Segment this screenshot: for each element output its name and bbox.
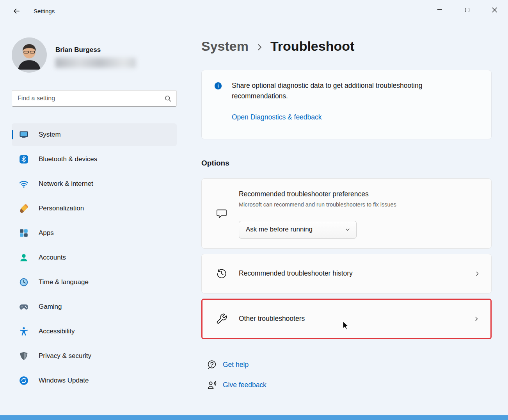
sidebar-item-system[interactable]: System bbox=[12, 123, 177, 146]
maximize-icon bbox=[465, 8, 469, 12]
system-icon bbox=[19, 130, 29, 140]
apps-icon bbox=[19, 228, 29, 238]
chevron-right-icon bbox=[474, 271, 480, 277]
settings-search-box bbox=[12, 90, 177, 107]
network-icon bbox=[19, 179, 29, 189]
maximize-button[interactable] bbox=[453, 0, 481, 20]
sidebar-item-label: Accessibility bbox=[39, 327, 75, 335]
window-title: Settings bbox=[34, 8, 55, 14]
breadcrumb-chevron-icon bbox=[256, 43, 263, 52]
user-account-row[interactable]: Brian Burgess bbox=[12, 37, 177, 73]
history-row-title: Recommended troubleshooter history bbox=[239, 269, 474, 278]
other-troubleshooters-title: Other troubleshooters bbox=[239, 315, 473, 323]
banner-text: Share optional diagnostic data to get ad… bbox=[232, 80, 480, 101]
windows-update-icon bbox=[19, 376, 29, 386]
sidebar: Brian Burgess System Bluetooth & devices bbox=[0, 22, 187, 415]
sidebar-item-network-internet[interactable]: Network & internet bbox=[12, 173, 177, 195]
sidebar-item-label: Personalization bbox=[39, 205, 84, 212]
sidebar-item-label: Accounts bbox=[39, 254, 66, 262]
bluetooth-icon bbox=[19, 154, 29, 164]
settings-nav: System Bluetooth & devices Network & int… bbox=[12, 123, 177, 392]
get-help-icon bbox=[207, 359, 217, 370]
gaming-icon bbox=[19, 302, 29, 312]
give-feedback-link[interactable]: Give feedback bbox=[207, 377, 266, 393]
close-button[interactable] bbox=[481, 0, 508, 20]
recommended-troubleshooter-history-row[interactable]: Recommended troubleshooter history bbox=[201, 254, 492, 294]
back-button[interactable] bbox=[9, 4, 23, 18]
personalization-icon bbox=[19, 203, 29, 214]
preferences-card-content: Recommended troubleshooter preferences M… bbox=[239, 179, 491, 238]
sidebar-item-label: Network & internet bbox=[39, 180, 93, 188]
sidebar-item-apps[interactable]: Apps bbox=[12, 222, 177, 244]
main-content: System Troubleshoot Share optional diagn… bbox=[201, 22, 492, 398]
privacy-security-icon bbox=[19, 351, 29, 361]
sidebar-item-accounts[interactable]: Accounts bbox=[12, 246, 177, 269]
desktop-background-strip bbox=[0, 415, 508, 420]
chevron-right-icon bbox=[473, 316, 480, 322]
run-preference-dropdown[interactable]: Ask me before running bbox=[239, 221, 357, 238]
sidebar-item-privacy-security[interactable]: Privacy & security bbox=[12, 345, 177, 367]
user-name: Brian Burgess bbox=[55, 46, 136, 54]
history-icon bbox=[216, 268, 227, 279]
wrench-icon bbox=[216, 313, 227, 325]
speech-bubble-icon bbox=[216, 208, 227, 219]
close-icon bbox=[492, 7, 497, 12]
avatar bbox=[12, 37, 47, 73]
sidebar-item-windows-update[interactable]: Windows Update bbox=[12, 369, 177, 392]
sidebar-item-accessibility[interactable]: Accessibility bbox=[12, 320, 177, 343]
page-title: Troubleshoot bbox=[270, 38, 354, 54]
sidebar-item-label: Time & language bbox=[39, 278, 89, 286]
accessibility-icon bbox=[19, 326, 29, 336]
options-section-title: Options bbox=[201, 159, 492, 167]
user-email-blurred bbox=[55, 58, 136, 68]
help-footer: Get help Give feedback bbox=[201, 357, 492, 393]
give-feedback-icon bbox=[207, 380, 217, 390]
chevron-down-icon bbox=[345, 227, 350, 232]
sidebar-item-time-language[interactable]: Time & language bbox=[12, 271, 177, 294]
get-help-link[interactable]: Get help bbox=[207, 357, 249, 373]
breadcrumb-parent[interactable]: System bbox=[201, 38, 249, 54]
other-troubleshooters-row[interactable]: Other troubleshooters bbox=[201, 299, 492, 339]
banner-body: Share optional diagnostic data to get ad… bbox=[232, 80, 480, 139]
minimize-icon bbox=[437, 9, 442, 10]
give-feedback-label: Give feedback bbox=[223, 381, 266, 389]
window-controls bbox=[426, 0, 508, 20]
get-help-label: Get help bbox=[223, 361, 249, 369]
sidebar-item-label: Privacy & security bbox=[39, 352, 91, 360]
breadcrumb: System Troubleshoot bbox=[201, 38, 492, 54]
preferences-card-subtitle: Microsoft can recommend and run troubles… bbox=[239, 201, 491, 208]
info-icon bbox=[214, 82, 222, 90]
diagnostic-info-banner: Share optional diagnostic data to get ad… bbox=[201, 70, 492, 139]
sidebar-item-gaming[interactable]: Gaming bbox=[12, 295, 177, 318]
search-icon bbox=[165, 95, 171, 102]
titlebar: Settings bbox=[0, 0, 508, 22]
sidebar-item-bluetooth-devices[interactable]: Bluetooth & devices bbox=[12, 148, 177, 171]
sidebar-item-label: Gaming bbox=[39, 303, 62, 311]
sidebar-item-label: Apps bbox=[39, 229, 54, 237]
accounts-icon bbox=[19, 253, 29, 263]
minimize-button[interactable] bbox=[426, 0, 453, 20]
sidebar-item-personalization[interactable]: Personalization bbox=[12, 197, 177, 220]
search-input[interactable] bbox=[18, 95, 165, 102]
user-meta: Brian Burgess bbox=[55, 37, 136, 68]
back-arrow-icon bbox=[13, 8, 20, 14]
open-diagnostics-feedback-link[interactable]: Open Diagnostics & feedback bbox=[232, 113, 322, 121]
sidebar-item-label: Windows Update bbox=[39, 377, 89, 384]
dropdown-selected-value: Ask me before running bbox=[246, 226, 313, 233]
preferences-card-title: Recommended troubleshooter preferences bbox=[239, 189, 491, 199]
recommended-troubleshooter-preferences-card: Recommended troubleshooter preferences M… bbox=[201, 178, 492, 249]
time-language-icon bbox=[19, 277, 29, 287]
sidebar-item-label: System bbox=[39, 131, 61, 139]
sidebar-item-label: Bluetooth & devices bbox=[39, 155, 97, 163]
